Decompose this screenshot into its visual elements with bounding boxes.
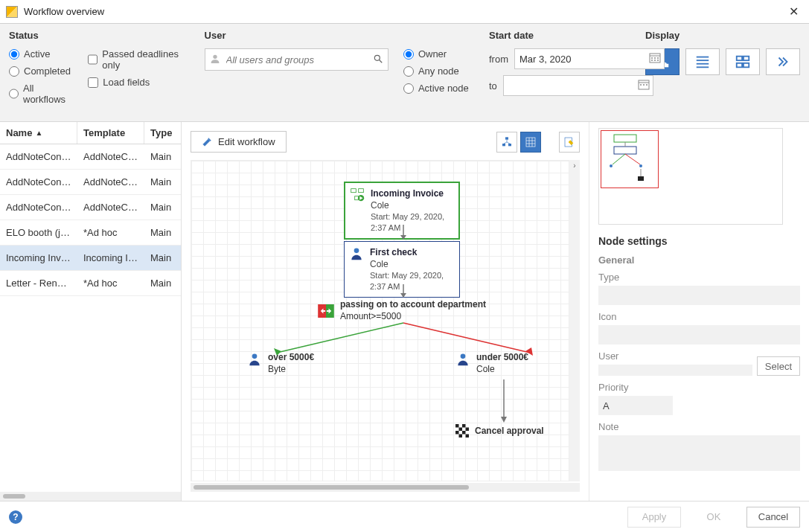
search-icon[interactable]: [373, 54, 383, 64]
display-list-button[interactable]: [685, 48, 720, 75]
field-note[interactable]: [598, 435, 800, 471]
calendar-icon[interactable]: [649, 52, 661, 64]
date-from-input[interactable]: [514, 48, 665, 69]
user-icon: [209, 53, 221, 65]
decision-condition: Amount>=5000: [340, 311, 486, 323]
person-icon: [455, 351, 470, 368]
status-check-deadlines[interactable]: Passed deadlines only: [88, 48, 189, 71]
cancel-button[interactable]: Cancel: [746, 507, 800, 528]
svg-point-1: [374, 55, 380, 60]
node-time: Start: May 29, 2020, 2:37 AM: [371, 211, 451, 234]
svg-line-52: [403, 323, 530, 353]
table-row[interactable]: Letter - Renz Note*Ad hocMain: [0, 271, 181, 296]
to-label: to: [489, 80, 497, 92]
sort-asc-icon: ▲: [35, 129, 42, 137]
node-time: Start: May 29, 2020, 2:37 AM: [370, 270, 452, 292]
minimap[interactable]: [598, 128, 783, 225]
field-icon[interactable]: [598, 325, 800, 344]
table-header: Name▲ Template Type: [0, 122, 181, 144]
svg-rect-57: [455, 424, 459, 428]
status-radio-completed[interactable]: Completed: [9, 65, 73, 77]
table-row[interactable]: AddNoteConfir...AddNoteConfir...Main: [0, 170, 181, 195]
view-edit-button[interactable]: [559, 132, 580, 153]
table-hscroll[interactable]: [0, 492, 181, 501]
chevron-right-icon[interactable]: ›: [569, 160, 580, 170]
node-cancel-approval[interactable]: Cancel approval: [455, 424, 544, 438]
user-radio-owner[interactable]: Owner: [403, 48, 474, 60]
user-group: User: [205, 30, 388, 111]
label-type: Type: [598, 272, 800, 283]
svg-rect-73: [638, 176, 644, 181]
status-check-loadfields[interactable]: Load fields: [88, 77, 189, 88]
display-columns-button[interactable]: [726, 48, 760, 75]
status-radio-active[interactable]: Active: [9, 48, 73, 60]
node-title: over 5000€: [268, 351, 314, 363]
svg-line-68: [613, 154, 625, 164]
user-title: User: [205, 30, 388, 41]
node-start[interactable]: Incoming Invoice Cole Start: May 29, 202…: [344, 182, 460, 240]
cell-name: AddNoteConfir...: [0, 202, 77, 213]
view-tree-button[interactable]: [496, 132, 517, 153]
node-settings-pane: Node settings General Type Icon User Sel…: [589, 122, 809, 501]
node-decision[interactable]: passing on to account department Amount>…: [318, 299, 486, 322]
user-search-input[interactable]: [205, 48, 388, 71]
cell-template: Incoming Invoice: [77, 252, 144, 263]
svg-point-53: [252, 354, 258, 359]
svg-rect-61: [455, 431, 459, 435]
field-user[interactable]: [598, 365, 752, 376]
svg-point-8: [651, 60, 653, 61]
cell-type: Main: [144, 252, 181, 263]
settings-title: Node settings: [598, 235, 800, 247]
select-user-button[interactable]: Select: [757, 356, 800, 376]
ok-button[interactable]: OK: [687, 507, 741, 528]
node-first-check[interactable]: First check Cole Start: May 29, 2020, 2:…: [344, 241, 460, 298]
table-row[interactable]: AddNoteConfir...AddNoteConfir...Main: [0, 195, 181, 220]
svg-point-9: [654, 60, 656, 61]
user-radio-anynode[interactable]: Any node: [403, 65, 474, 77]
field-type[interactable]: [598, 286, 800, 305]
apply-button[interactable]: Apply: [627, 507, 681, 528]
titlebar: Workflow overview ✕: [0, 0, 809, 24]
help-icon[interactable]: ?: [9, 510, 22, 524]
view-grid-button[interactable]: [520, 132, 541, 153]
node-title: First check: [370, 246, 452, 258]
table-row[interactable]: ELO booth (jpg)*Ad hocMain: [0, 220, 181, 246]
cell-name: Incoming Invoice: [0, 252, 77, 263]
workflow-table-pane: Name▲ Template Type AddNoteConfir...AddN…: [0, 122, 182, 501]
app-icon: [6, 6, 18, 18]
node-over5000[interactable]: over 5000€ Byte: [247, 351, 314, 375]
cell-name: AddNoteConfir...: [0, 176, 77, 188]
close-icon[interactable]: ✕: [784, 4, 803, 19]
edit-workflow-button[interactable]: Edit workflow: [191, 131, 287, 153]
svg-rect-28: [737, 63, 742, 68]
calendar-icon[interactable]: [638, 79, 650, 91]
status-title: Status: [9, 30, 190, 41]
status-radio-all[interactable]: All workflows: [9, 83, 73, 105]
table-row[interactable]: Incoming InvoiceIncoming InvoiceMain: [0, 246, 181, 271]
table-row[interactable]: AddNoteConfir...AddNoteConfir...Main: [0, 144, 181, 170]
svg-rect-18: [665, 64, 669, 68]
cell-template: *Ad hoc: [77, 227, 144, 238]
user-radio-activenode[interactable]: Active node: [403, 83, 474, 94]
svg-rect-42: [351, 189, 356, 193]
svg-rect-64: [466, 435, 470, 438]
cell-name: AddNoteConfir...: [0, 151, 77, 162]
field-priority[interactable]: [598, 396, 673, 415]
display-expand-button[interactable]: [766, 48, 800, 75]
workflow-canvas[interactable]: Incoming Invoice Cole Start: May 29, 202…: [191, 160, 569, 481]
cell-type: Main: [144, 202, 181, 213]
svg-rect-58: [462, 424, 466, 428]
canvas-hscroll[interactable]: [191, 483, 580, 492]
svg-line-69: [625, 154, 640, 164]
svg-rect-30: [505, 137, 508, 139]
canvas-vscroll[interactable]: ›: [569, 160, 580, 481]
svg-rect-26: [737, 57, 742, 61]
person-icon: [247, 351, 262, 368]
date-title: Start date: [489, 30, 630, 41]
col-name[interactable]: Name▲: [0, 122, 77, 144]
col-type[interactable]: Type: [144, 122, 181, 144]
date-to-input[interactable]: [503, 75, 653, 96]
col-template[interactable]: Template: [77, 122, 144, 144]
node-under5000[interactable]: under 5000€ Cole: [455, 351, 528, 375]
svg-point-14: [643, 84, 645, 86]
